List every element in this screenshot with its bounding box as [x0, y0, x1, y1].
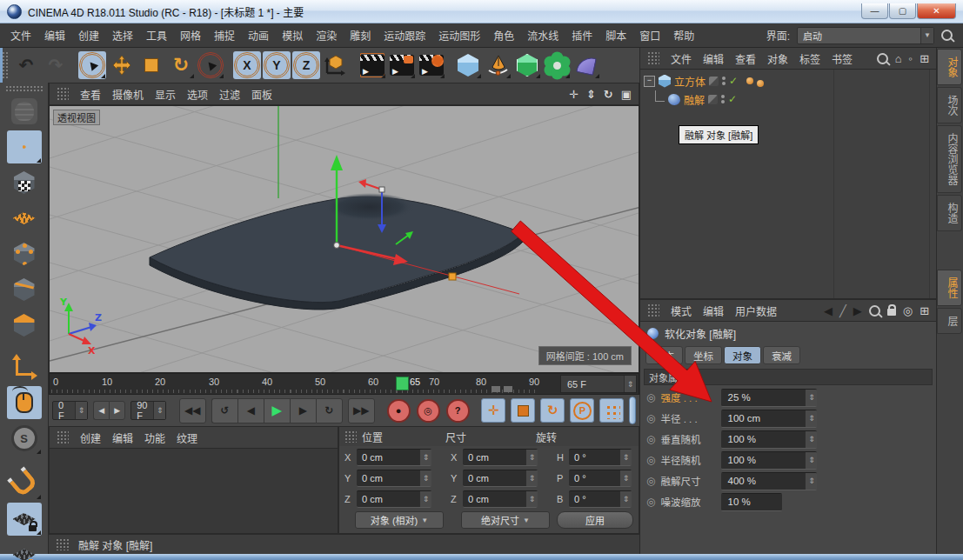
- undo-button[interactable]: ↶: [12, 51, 40, 79]
- history-forward-icon[interactable]: [853, 304, 862, 317]
- tab-layers[interactable]: 层: [937, 308, 962, 334]
- viewport-solo-button[interactable]: [7, 386, 42, 419]
- position-mode-dropdown[interactable]: 对象 (相对): [355, 511, 444, 529]
- key-position-toggle[interactable]: ✛: [481, 398, 505, 423]
- menubar-item[interactable]: 文件: [10, 28, 31, 43]
- material-menu-item[interactable]: 纹理: [177, 430, 197, 445]
- workplane-mode-button[interactable]: [7, 202, 42, 235]
- tab-coordinates[interactable]: 坐标: [685, 346, 722, 364]
- add-panel-icon[interactable]: [920, 52, 929, 65]
- tab-structure[interactable]: 构造: [937, 195, 962, 231]
- menubar-item[interactable]: 脚本: [605, 28, 626, 43]
- viewport-menu-item[interactable]: 查看: [80, 87, 101, 102]
- next-key-button[interactable]: [109, 401, 125, 420]
- key-rotation-toggle[interactable]: ↻: [540, 398, 565, 423]
- current-frame-marker[interactable]: [396, 377, 409, 390]
- viewport-pan-icon[interactable]: ✛: [569, 88, 578, 101]
- key-parameter-toggle[interactable]: P: [570, 398, 594, 423]
- palette-grip[interactable]: [5, 85, 43, 92]
- stepper-icon[interactable]: [419, 470, 431, 486]
- close-button[interactable]: ✕: [917, 3, 956, 19]
- melt-size-field[interactable]: 400 %: [721, 472, 817, 490]
- spline-pen-button[interactable]: [484, 51, 512, 79]
- material-list[interactable]: [50, 449, 338, 533]
- keyframe-circle-icon[interactable]: ◎: [646, 496, 655, 508]
- menubar-item[interactable]: 插件: [572, 28, 592, 43]
- edges-mode-button[interactable]: [7, 273, 42, 306]
- radius-field[interactable]: 100 cm: [721, 410, 817, 428]
- points-mode-button[interactable]: [7, 237, 42, 270]
- strength-field[interactable]: 25 %: [721, 389, 817, 407]
- stepper-icon[interactable]: [805, 431, 817, 448]
- history-back-icon[interactable]: [824, 304, 833, 317]
- align-workplane-button[interactable]: ↻: [7, 538, 42, 560]
- keyframe-circle-icon[interactable]: ◎: [646, 475, 655, 487]
- object-menu-item[interactable]: 对象: [767, 51, 788, 66]
- snap-button[interactable]: [7, 467, 42, 500]
- goto-start-button[interactable]: ◀◀: [179, 398, 206, 423]
- prev-key-button[interactable]: [93, 401, 109, 420]
- maximize-button[interactable]: ▢: [889, 3, 916, 19]
- sculpt-mode-button[interactable]: [7, 95, 42, 128]
- lock-x-axis-button[interactable]: X: [233, 51, 261, 79]
- timeline-ruler[interactable]: 0 10 20 30 40 50 60 65 70 80 90: [49, 373, 639, 395]
- menubar-item[interactable]: 模拟: [282, 28, 303, 43]
- tab-content-browser[interactable]: 内容浏览器: [937, 125, 962, 193]
- object-row-cube[interactable]: − 立方体 ✓: [644, 72, 764, 90]
- section-header[interactable]: 对象属性: [644, 369, 933, 385]
- coordinate-system-button[interactable]: [322, 51, 350, 79]
- search-icon[interactable]: [869, 305, 880, 317]
- rotate-tool[interactable]: ↻: [167, 51, 195, 79]
- menubar-item[interactable]: 渲染: [316, 28, 337, 43]
- move-tool[interactable]: [108, 51, 136, 79]
- play-backward-button[interactable]: ↺: [211, 398, 237, 423]
- tab-basic[interactable]: 基本: [645, 346, 683, 364]
- model-mode-button[interactable]: [7, 130, 42, 163]
- tab-objects[interactable]: 对象: [937, 49, 962, 85]
- radial-randomness-field[interactable]: 100 %: [721, 451, 817, 470]
- menubar-item[interactable]: 编辑: [44, 28, 65, 43]
- menubar-item[interactable]: 帮助: [673, 28, 694, 43]
- search-icon[interactable]: [941, 30, 953, 41]
- lock-z-axis-button[interactable]: Z: [292, 51, 320, 79]
- path-icon[interactable]: [909, 52, 913, 65]
- stepper-icon[interactable]: [525, 450, 538, 465]
- render-settings-button[interactable]: [418, 51, 445, 79]
- end-frame-field[interactable]: 90 F: [130, 401, 166, 420]
- attribute-grip[interactable]: [647, 303, 659, 317]
- material-grip[interactable]: [57, 430, 69, 444]
- stepper-icon[interactable]: [525, 491, 538, 507]
- render-toggle-icon[interactable]: [709, 77, 719, 86]
- menubar-item[interactable]: 创建: [78, 28, 99, 43]
- viewport-canvas[interactable]: 透视视图 网格间距 : 100 cm: [49, 105, 639, 373]
- home-icon[interactable]: [895, 52, 902, 65]
- lock-icon[interactable]: [887, 309, 896, 316]
- stepper-icon[interactable]: [619, 450, 632, 465]
- menubar-item[interactable]: 选择: [112, 28, 133, 43]
- stepper-icon[interactable]: [619, 491, 632, 507]
- object-menu-item[interactable]: 书签: [832, 51, 853, 66]
- add-primitive-cube-button[interactable]: [454, 51, 482, 79]
- size-mode-dropdown[interactable]: 绝对尺寸: [461, 511, 550, 529]
- keyframe-circle-icon[interactable]: ◎: [646, 391, 655, 403]
- tab-attributes[interactable]: 属性: [937, 270, 962, 306]
- material-menu-item[interactable]: 功能: [144, 430, 165, 445]
- redo-button[interactable]: ↷: [42, 51, 70, 79]
- material-menu-item[interactable]: 编辑: [112, 430, 133, 445]
- deformer-button[interactable]: [572, 51, 600, 79]
- visibility-dots[interactable]: [722, 77, 726, 85]
- size-x-field[interactable]: 0 cm: [463, 449, 538, 466]
- subdivision-surface-button[interactable]: [513, 51, 541, 79]
- stepper-icon[interactable]: [419, 450, 431, 465]
- 3d-scene[interactable]: Y Z X: [50, 106, 639, 372]
- expand-icon[interactable]: −: [644, 76, 655, 87]
- loop-button[interactable]: ↻: [316, 398, 343, 423]
- menubar-item[interactable]: 雕刻: [350, 28, 371, 43]
- phong-tag-icon[interactable]: [746, 77, 753, 84]
- stepper-icon[interactable]: [619, 470, 632, 486]
- object-row-melt[interactable]: 融解 ✓: [651, 90, 737, 108]
- add-panel-icon[interactable]: [920, 304, 929, 317]
- stepper-icon[interactable]: [419, 491, 431, 507]
- render-toggle-icon[interactable]: [708, 95, 718, 104]
- keyframe-circle-icon[interactable]: ◎: [646, 454, 655, 466]
